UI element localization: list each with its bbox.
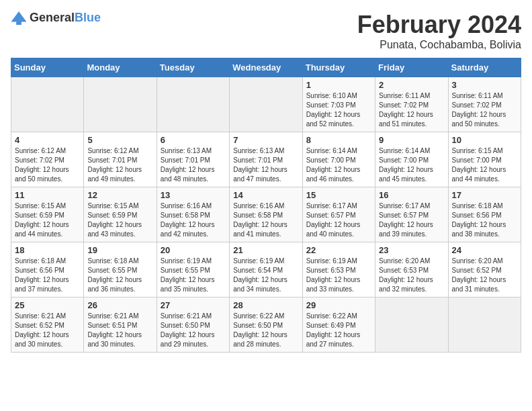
day-number: 25 [15, 300, 80, 310]
calendar-cell: 12Sunrise: 6:15 AM Sunset: 6:59 PM Dayli… [84, 187, 157, 242]
calendar-cell: 19Sunrise: 6:18 AM Sunset: 6:55 PM Dayli… [84, 242, 157, 298]
calendar-cell: 26Sunrise: 6:21 AM Sunset: 6:51 PM Dayli… [84, 298, 157, 353]
calendar-cell: 3Sunrise: 6:11 AM Sunset: 7:02 PM Daylig… [448, 77, 521, 132]
calendar-week-3: 18Sunrise: 6:18 AM Sunset: 6:56 PM Dayli… [11, 242, 521, 298]
day-number: 14 [233, 190, 298, 200]
logo: GeneralBlue [11, 11, 101, 25]
calendar-cell [230, 77, 302, 132]
day-info: Sunrise: 6:13 AM Sunset: 7:01 PM Dayligh… [233, 146, 298, 184]
day-number: 22 [306, 245, 371, 255]
day-number: 2 [379, 80, 444, 90]
calendar-cell: 8Sunrise: 6:14 AM Sunset: 7:00 PM Daylig… [302, 132, 375, 187]
calendar-cell [375, 298, 448, 353]
day-info: Sunrise: 6:15 AM Sunset: 7:00 PM Dayligh… [452, 146, 517, 184]
calendar-cell: 20Sunrise: 6:19 AM Sunset: 6:55 PM Dayli… [157, 242, 229, 298]
day-number: 18 [15, 245, 80, 255]
day-of-week-sunday: Sunday [11, 58, 84, 77]
day-number: 17 [452, 190, 517, 200]
day-info: Sunrise: 6:11 AM Sunset: 7:02 PM Dayligh… [379, 91, 444, 129]
day-number: 28 [233, 300, 298, 310]
calendar-cell: 16Sunrise: 6:17 AM Sunset: 6:57 PM Dayli… [375, 187, 448, 242]
day-number: 24 [452, 245, 517, 255]
day-info: Sunrise: 6:18 AM Sunset: 6:55 PM Dayligh… [87, 257, 152, 294]
day-info: Sunrise: 6:19 AM Sunset: 6:54 PM Dayligh… [233, 257, 298, 294]
calendar-cell: 2Sunrise: 6:11 AM Sunset: 7:02 PM Daylig… [375, 77, 448, 132]
day-info: Sunrise: 6:16 AM Sunset: 6:58 PM Dayligh… [233, 201, 298, 239]
day-info: Sunrise: 6:20 AM Sunset: 6:52 PM Dayligh… [452, 257, 517, 294]
calendar-cell: 29Sunrise: 6:22 AM Sunset: 6:49 PM Dayli… [302, 298, 375, 353]
day-number: 6 [161, 135, 226, 145]
calendar-cell: 22Sunrise: 6:19 AM Sunset: 6:53 PM Dayli… [302, 242, 375, 298]
day-number: 8 [306, 135, 371, 145]
day-info: Sunrise: 6:13 AM Sunset: 7:01 PM Dayligh… [161, 146, 226, 184]
calendar-table: SundayMondayTuesdayWednesdayThursdayFrid… [11, 58, 521, 353]
day-number: 26 [87, 300, 152, 310]
calendar-cell: 27Sunrise: 6:21 AM Sunset: 6:50 PM Dayli… [157, 298, 229, 353]
logo-blue-text: Blue [75, 11, 101, 24]
logo-icon [11, 11, 27, 25]
day-info: Sunrise: 6:18 AM Sunset: 6:56 PM Dayligh… [15, 257, 80, 294]
calendar-week-0: 1Sunrise: 6:10 AM Sunset: 7:03 PM Daylig… [11, 77, 521, 132]
day-info: Sunrise: 6:22 AM Sunset: 6:50 PM Dayligh… [233, 312, 298, 349]
day-info: Sunrise: 6:15 AM Sunset: 6:59 PM Dayligh… [15, 201, 80, 239]
calendar-cell: 13Sunrise: 6:16 AM Sunset: 6:58 PM Dayli… [157, 187, 229, 242]
subtitle: Punata, Cochabamba, Bolivia [357, 39, 521, 51]
calendar-cell: 15Sunrise: 6:17 AM Sunset: 6:57 PM Dayli… [302, 187, 375, 242]
calendar-week-4: 25Sunrise: 6:21 AM Sunset: 6:52 PM Dayli… [11, 298, 521, 353]
day-info: Sunrise: 6:19 AM Sunset: 6:55 PM Dayligh… [161, 257, 226, 294]
main-title: February 2024 [357, 11, 521, 39]
day-number: 15 [306, 190, 371, 200]
calendar-cell [84, 77, 157, 132]
calendar-cell: 5Sunrise: 6:12 AM Sunset: 7:01 PM Daylig… [84, 132, 157, 187]
calendar-cell: 18Sunrise: 6:18 AM Sunset: 6:56 PM Dayli… [11, 242, 84, 298]
day-number: 5 [87, 135, 152, 145]
day-info: Sunrise: 6:10 AM Sunset: 7:03 PM Dayligh… [306, 91, 371, 129]
calendar-cell: 6Sunrise: 6:13 AM Sunset: 7:01 PM Daylig… [157, 132, 229, 187]
calendar-cell: 24Sunrise: 6:20 AM Sunset: 6:52 PM Dayli… [448, 242, 521, 298]
calendar-cell: 10Sunrise: 6:15 AM Sunset: 7:00 PM Dayli… [448, 132, 521, 187]
calendar-cell: 11Sunrise: 6:15 AM Sunset: 6:59 PM Dayli… [11, 187, 84, 242]
day-of-week-thursday: Thursday [302, 58, 375, 77]
calendar-cell: 21Sunrise: 6:19 AM Sunset: 6:54 PM Dayli… [230, 242, 302, 298]
day-of-week-monday: Monday [84, 58, 157, 77]
day-info: Sunrise: 6:21 AM Sunset: 6:52 PM Dayligh… [15, 312, 80, 349]
day-number: 3 [452, 80, 517, 90]
day-of-week-wednesday: Wednesday [230, 58, 302, 77]
day-number: 29 [306, 300, 371, 310]
title-area: February 2024 Punata, Cochabamba, Bolivi… [357, 11, 521, 51]
day-info: Sunrise: 6:21 AM Sunset: 6:51 PM Dayligh… [87, 312, 152, 349]
calendar-cell: 9Sunrise: 6:14 AM Sunset: 7:00 PM Daylig… [375, 132, 448, 187]
day-number: 19 [87, 245, 152, 255]
day-info: Sunrise: 6:18 AM Sunset: 6:56 PM Dayligh… [452, 201, 517, 239]
day-info: Sunrise: 6:12 AM Sunset: 7:01 PM Dayligh… [87, 146, 152, 184]
day-number: 7 [233, 135, 298, 145]
day-number: 20 [161, 245, 226, 255]
day-of-week-friday: Friday [375, 58, 448, 77]
day-info: Sunrise: 6:21 AM Sunset: 6:50 PM Dayligh… [161, 312, 226, 349]
day-info: Sunrise: 6:19 AM Sunset: 6:53 PM Dayligh… [306, 257, 371, 294]
days-of-week-row: SundayMondayTuesdayWednesdayThursdayFrid… [11, 58, 521, 77]
day-info: Sunrise: 6:15 AM Sunset: 6:59 PM Dayligh… [87, 201, 152, 239]
day-of-week-saturday: Saturday [448, 58, 521, 77]
svg-marker-0 [11, 11, 26, 25]
day-number: 21 [233, 245, 298, 255]
header: GeneralBlue February 2024 Punata, Cochab… [11, 11, 521, 51]
day-info: Sunrise: 6:14 AM Sunset: 7:00 PM Dayligh… [379, 146, 444, 184]
calendar-cell: 23Sunrise: 6:20 AM Sunset: 6:53 PM Dayli… [375, 242, 448, 298]
calendar-cell: 28Sunrise: 6:22 AM Sunset: 6:50 PM Dayli… [230, 298, 302, 353]
day-number: 12 [87, 190, 152, 200]
day-info: Sunrise: 6:16 AM Sunset: 6:58 PM Dayligh… [161, 201, 226, 239]
calendar-week-1: 4Sunrise: 6:12 AM Sunset: 7:02 PM Daylig… [11, 132, 521, 187]
day-number: 27 [161, 300, 226, 310]
day-number: 9 [379, 135, 444, 145]
day-number: 1 [306, 80, 371, 90]
day-number: 10 [452, 135, 517, 145]
logo-general-text: General [30, 11, 75, 24]
day-number: 23 [379, 245, 444, 255]
calendar-cell [11, 77, 84, 132]
day-info: Sunrise: 6:14 AM Sunset: 7:00 PM Dayligh… [306, 146, 371, 184]
calendar-cell: 4Sunrise: 6:12 AM Sunset: 7:02 PM Daylig… [11, 132, 84, 187]
day-info: Sunrise: 6:11 AM Sunset: 7:02 PM Dayligh… [452, 91, 517, 129]
calendar-cell: 7Sunrise: 6:13 AM Sunset: 7:01 PM Daylig… [230, 132, 302, 187]
calendar-cell [448, 298, 521, 353]
